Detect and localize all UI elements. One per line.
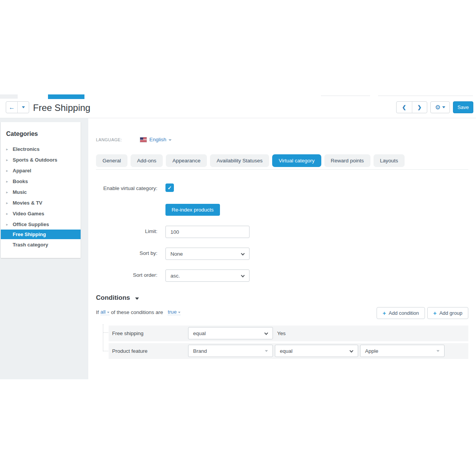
sort-by-label: Sort by: <box>96 250 157 256</box>
category-label: Music <box>13 189 27 195</box>
sort-order-select[interactable]: asc. <box>165 269 250 282</box>
chevron-down-icon <box>241 274 245 278</box>
divider <box>96 169 468 170</box>
condition-field-label: Product feature <box>112 348 147 354</box>
enable-virtual-category-checkbox[interactable]: ✓ <box>165 183 174 192</box>
tree-connector <box>103 332 108 333</box>
condition-value-select[interactable]: Apple <box>360 345 445 357</box>
expand-caret-icon: ▸ <box>6 158 11 162</box>
tab-layouts[interactable]: Layouts <box>374 154 405 167</box>
language-label: LANGUAGE: <box>96 137 122 142</box>
expand-caret-icon: ▸ <box>6 169 11 173</box>
back-button-group: ← <box>6 101 29 113</box>
cutoff-field-border <box>321 96 370 96</box>
gear-icon: ⚙ <box>435 104 440 111</box>
operator-value: equal <box>280 348 293 354</box>
limit-input[interactable] <box>165 226 250 238</box>
page-title: Free Shipping <box>33 102 90 113</box>
left-column: Categories ▸ Electronics ▸ Sports & Outd… <box>0 118 88 379</box>
tab-general[interactable]: General <box>96 154 127 167</box>
expand-caret-icon: ▸ <box>6 201 11 205</box>
tree-connector <box>103 351 108 351</box>
category-label: Apparel <box>13 168 31 174</box>
language-selector[interactable]: English <box>149 137 172 142</box>
tab-availability-statuses[interactable]: Availability Statuses <box>210 154 269 167</box>
expand-caret-icon: ▸ <box>6 190 11 194</box>
plus-icon: + <box>433 310 437 316</box>
expand-caret-icon: ▸ <box>6 179 11 183</box>
reindex-products-button[interactable]: Re-index products <box>165 204 220 216</box>
if-middle-text: of these conditions are <box>111 309 163 315</box>
conditions-title: Conditions <box>96 294 130 302</box>
categories-panel: Categories ▸ Electronics ▸ Sports & Outd… <box>1 122 81 258</box>
category-label: Trash category <box>13 242 48 248</box>
caret-down-icon <box>178 312 180 313</box>
flag-canton <box>140 137 143 140</box>
condition-truth-link[interactable]: true <box>168 309 180 315</box>
settings-button[interactable]: ⚙ <box>430 101 450 113</box>
cutoff-tab-remnant <box>0 94 18 99</box>
condition-field-label: Free shipping <box>112 331 144 336</box>
operator-value: equal <box>193 331 206 336</box>
back-button[interactable]: ← <box>6 102 17 113</box>
if-prefix: If <box>96 309 99 315</box>
add-group-button[interactable]: + Add group <box>427 307 468 319</box>
value-value: Apple <box>365 348 378 354</box>
add-condition-button[interactable]: + Add condition <box>377 307 425 319</box>
caret-down-icon <box>135 298 139 300</box>
sidebar-item-books[interactable]: ▸ Books <box>1 176 81 187</box>
condition-operator-select[interactable]: equal <box>188 327 273 339</box>
sort-order-label: Sort order: <box>96 272 157 278</box>
chevron-down-icon <box>442 106 445 108</box>
save-button[interactable]: Save <box>453 101 473 113</box>
categories-panel-title: Categories <box>1 122 81 137</box>
sort-by-select[interactable]: None <box>165 248 250 260</box>
category-label: Sports & Outdoors <box>13 157 57 163</box>
expand-caret-icon: ▸ <box>6 147 11 151</box>
category-label: Electronics <box>13 146 40 152</box>
sidebar-item-office-supplies[interactable]: ▸ Office Supplies <box>1 219 81 230</box>
condition-operator-select[interactable]: equal <box>275 345 358 357</box>
add-group-label: Add group <box>439 310 462 316</box>
tab-reward-points[interactable]: Reward points <box>324 154 370 167</box>
tab-appearance[interactable]: Appearance <box>166 154 207 167</box>
cutoff-field-border <box>378 96 473 96</box>
condition-mode-link[interactable]: all <box>101 309 110 315</box>
tab-add-ons[interactable]: Add-ons <box>131 154 163 167</box>
caret-down-icon <box>265 350 268 352</box>
sidebar-item-sports-outdoors[interactable]: ▸ Sports & Outdoors <box>1 154 81 165</box>
caret-down-icon <box>436 350 440 352</box>
condition-value-text: Yes <box>277 331 286 336</box>
language-value: English <box>149 137 166 142</box>
category-label: Movies & TV <box>13 200 42 206</box>
chevron-down-icon <box>241 252 245 256</box>
sidebar-item-movies-tv[interactable]: ▸ Movies & TV <box>1 197 81 208</box>
sidebar-item-trash-category[interactable]: Trash category <box>1 239 81 250</box>
check-icon: ✓ <box>168 185 172 191</box>
next-button[interactable]: ❯ <box>412 102 427 113</box>
condition-row-free-shipping: Free shipping equal Yes <box>109 326 468 341</box>
sidebar-item-apparel[interactable]: ▸ Apparel <box>1 165 81 176</box>
sidebar-item-music[interactable]: ▸ Music <box>1 187 81 197</box>
cutoff-active-tab-remnant <box>48 94 84 99</box>
feature-select[interactable]: Brand <box>188 345 273 357</box>
chevron-down-icon <box>169 139 172 141</box>
enable-virtual-category-label: Enable virtual category: <box>96 185 157 191</box>
feature-value: Brand <box>193 348 207 354</box>
sidebar-item-free-shipping[interactable]: Free Shipping <box>1 230 81 239</box>
sidebar-item-electronics[interactable]: ▸ Electronics <box>1 144 81 154</box>
chevron-down-icon <box>350 349 354 353</box>
chevron-left-icon: ❮ <box>402 104 406 110</box>
conditions-section-toggle[interactable]: Conditions <box>96 294 139 302</box>
category-label: Office Supplies <box>13 221 49 227</box>
sort-order-value: asc. <box>170 273 180 279</box>
back-dropdown-button[interactable] <box>17 102 29 113</box>
prev-button[interactable]: ❮ <box>397 102 412 113</box>
expand-caret-icon: ▸ <box>6 212 11 216</box>
sidebar-item-video-games[interactable]: ▸ Video Games <box>1 208 81 219</box>
sort-by-value: None <box>170 251 183 257</box>
tab-virtual-category[interactable]: Virtual category <box>272 154 321 167</box>
chevron-right-icon: ❯ <box>417 104 421 110</box>
expand-caret-icon: ▸ <box>6 222 11 226</box>
category-list: ▸ Electronics ▸ Sports & Outdoors ▸ Appa… <box>1 144 81 250</box>
